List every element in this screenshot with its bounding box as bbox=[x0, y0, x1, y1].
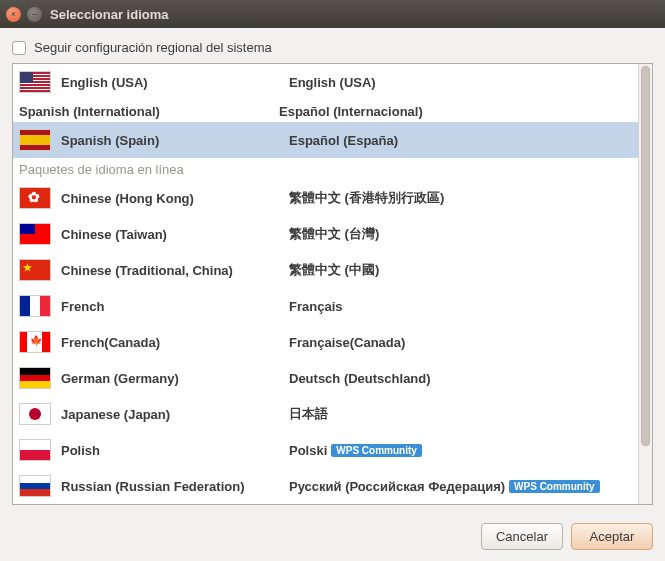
language-name-local: Français bbox=[289, 299, 632, 314]
window-buttons: × – bbox=[6, 7, 42, 22]
language-row[interactable]: PolishPolskiWPS Community bbox=[13, 432, 638, 468]
language-name-en: Polish bbox=[61, 443, 279, 458]
flag-icon bbox=[19, 129, 51, 151]
language-name-local: English (USA) bbox=[289, 75, 632, 90]
language-name-local: 繁體中文 (中國) bbox=[289, 261, 632, 279]
language-row[interactable]: FrenchFrançais bbox=[13, 288, 638, 324]
flag-icon bbox=[19, 187, 51, 209]
language-name-local: Español (España) bbox=[289, 133, 632, 148]
community-badge: WPS Community bbox=[331, 444, 422, 457]
language-row[interactable]: English (USA)English (USA) bbox=[13, 64, 638, 100]
language-row[interactable]: Spanish (Spain)Español (España) bbox=[13, 122, 638, 158]
scrollbar[interactable] bbox=[638, 64, 652, 504]
flag-icon bbox=[19, 331, 51, 353]
language-name-local: Française(Canada) bbox=[289, 335, 632, 350]
language-name-local: Deutsch (Deutschland) bbox=[289, 371, 632, 386]
language-name-en: Chinese (Hong Kong) bbox=[61, 191, 279, 206]
flag-icon bbox=[19, 295, 51, 317]
follow-system-checkbox[interactable] bbox=[12, 41, 26, 55]
language-name-en: Chinese (Taiwan) bbox=[61, 227, 279, 242]
flag-icon bbox=[19, 367, 51, 389]
titlebar: × – Seleccionar idioma bbox=[0, 0, 665, 28]
follow-system-row[interactable]: Seguir configuración regional del sistem… bbox=[12, 40, 653, 55]
flag-icon bbox=[19, 475, 51, 497]
language-name-en: Chinese (Traditional, China) bbox=[61, 263, 279, 278]
language-name-en: Japanese (Japan) bbox=[61, 407, 279, 422]
language-list: English (USA)English (USA)Spanish (Inter… bbox=[12, 63, 653, 505]
language-row[interactable]: Chinese (Hong Kong)繁體中文 (香港特別行政區) bbox=[13, 180, 638, 216]
community-badge: WPS Community bbox=[509, 480, 600, 493]
online-section-header: Paquetes de idioma en línea bbox=[13, 158, 638, 180]
scrollbar-thumb[interactable] bbox=[641, 66, 650, 446]
dialog-footer: Cancelar Aceptar bbox=[0, 513, 665, 556]
language-name-local: Русский (Российская Федерация)WPS Commun… bbox=[289, 479, 632, 494]
language-row[interactable]: Chinese (Taiwan)繁體中文 (台灣) bbox=[13, 216, 638, 252]
language-rows: English (USA)English (USA)Spanish (Inter… bbox=[13, 64, 638, 504]
language-name-local: 繁體中文 (台灣) bbox=[289, 225, 632, 243]
dialog-content: Seguir configuración regional del sistem… bbox=[0, 28, 665, 513]
language-row[interactable]: Chinese (Traditional, China)繁體中文 (中國) bbox=[13, 252, 638, 288]
flag-icon bbox=[19, 403, 51, 425]
language-name-en: French(Canada) bbox=[61, 335, 279, 350]
follow-system-label: Seguir configuración regional del sistem… bbox=[34, 40, 272, 55]
language-name-en: Spanish (International) bbox=[19, 104, 279, 119]
language-name-en: English (USA) bbox=[61, 75, 279, 90]
flag-icon bbox=[19, 439, 51, 461]
window-title: Seleccionar idioma bbox=[50, 7, 169, 22]
minimize-button[interactable]: – bbox=[27, 7, 42, 22]
language-name-en: Russian (Russian Federation) bbox=[61, 479, 279, 494]
language-row[interactable]: Russian (Russian Federation)Русский (Рос… bbox=[13, 468, 638, 504]
language-row[interactable]: German (Germany)Deutsch (Deutschland) bbox=[13, 360, 638, 396]
language-name-local: Español (Internacional) bbox=[279, 104, 632, 119]
language-name-en: French bbox=[61, 299, 279, 314]
language-name-local: 日本語 bbox=[289, 405, 632, 423]
language-row[interactable]: Japanese (Japan)日本語 bbox=[13, 396, 638, 432]
close-button[interactable]: × bbox=[6, 7, 21, 22]
accept-button[interactable]: Aceptar bbox=[571, 523, 653, 550]
flag-icon bbox=[19, 71, 51, 93]
language-name-en: German (Germany) bbox=[61, 371, 279, 386]
flag-icon bbox=[19, 223, 51, 245]
cancel-button[interactable]: Cancelar bbox=[481, 523, 563, 550]
language-name-en: Spanish (Spain) bbox=[61, 133, 279, 148]
language-name-local: PolskiWPS Community bbox=[289, 443, 632, 458]
language-row[interactable]: French(Canada)Française(Canada) bbox=[13, 324, 638, 360]
language-row[interactable]: Spanish (International)Español (Internac… bbox=[13, 100, 638, 122]
language-name-local: 繁體中文 (香港特別行政區) bbox=[289, 189, 632, 207]
flag-icon bbox=[19, 259, 51, 281]
